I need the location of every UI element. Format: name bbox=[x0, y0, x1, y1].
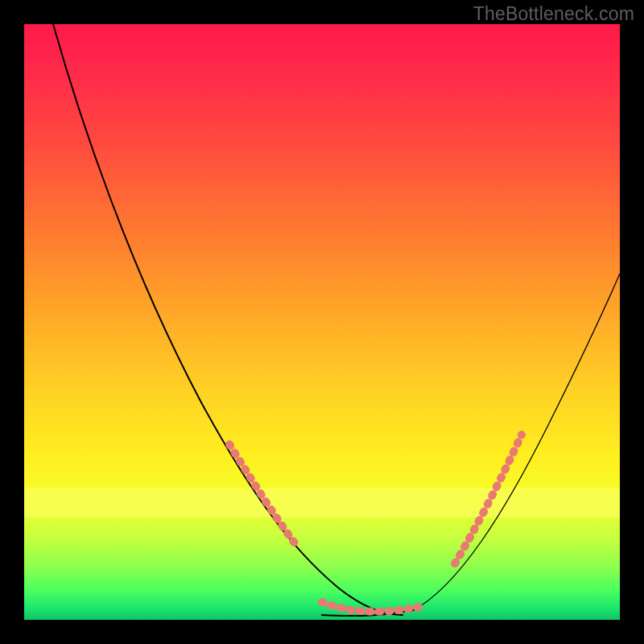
watermark-text: TheBottleneck.com bbox=[473, 3, 634, 25]
right-shoulder-dots bbox=[455, 435, 522, 564]
curve-svg bbox=[24, 24, 620, 620]
chart-frame: TheBottleneck.com bbox=[0, 0, 644, 644]
left-shoulder-dots bbox=[229, 444, 298, 547]
highlight-dots bbox=[229, 435, 522, 612]
valley-floor-dots bbox=[322, 602, 419, 612]
bottleneck-curve-left bbox=[53, 24, 402, 615]
plot-area bbox=[24, 24, 620, 620]
